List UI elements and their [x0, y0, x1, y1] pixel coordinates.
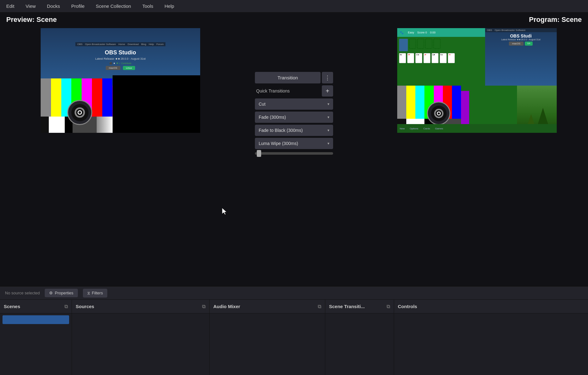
bar-gray	[41, 78, 51, 117]
preview-area: Preview: Scene Program: Scene OBS Open B…	[0, 12, 588, 286]
obs-logo-right	[427, 102, 450, 125]
slider-track[interactable]	[255, 152, 333, 155]
controls-title: Controls	[398, 304, 417, 309]
bar-yellow	[51, 78, 61, 117]
controls-content	[394, 313, 588, 375]
menu-docks[interactable]: Docks	[44, 2, 63, 10]
scenes-panel-header: Scenes ⧉	[0, 300, 72, 313]
scenes-panel-icon[interactable]: ⧉	[64, 304, 68, 309]
filters-label: Filters	[92, 291, 103, 295]
bottom-dock: No source selected ⚙ Properties ⧖ Filter…	[0, 286, 588, 375]
gear-icon: ⚙	[49, 291, 53, 295]
time-label: 0:00	[430, 31, 436, 34]
menu-scene-collection[interactable]: Scene Collection	[93, 2, 134, 10]
transitions-title: Scene Transiti...	[329, 304, 365, 309]
macos-button-right: macOS	[509, 42, 524, 46]
main-area: Preview: Scene Program: Scene OBS Open B…	[0, 12, 588, 375]
game-new: New	[400, 127, 405, 130]
fade-dropdown[interactable]: Fade (300ms) ▾	[255, 112, 333, 123]
nav-icon: 🐾	[400, 31, 403, 34]
scene-selected-indicator	[3, 315, 69, 324]
audio-mixer-panel: Audio Mixer ⧉	[210, 300, 325, 375]
transition-dots-button[interactable]: ⋮	[322, 72, 333, 83]
fade-black-label: Fade to Black (300ms)	[259, 128, 303, 133]
empty-slot-3	[425, 39, 432, 49]
scenes-content	[0, 313, 72, 375]
menu-bar: Edit View Docks Profile Scene Collection…	[0, 0, 588, 12]
card-6: 9♥	[407, 53, 414, 63]
black-area	[113, 75, 200, 133]
properties-label: Properties	[55, 291, 73, 295]
audio-panel-header: Audio Mixer ⧉	[210, 300, 325, 313]
linux-button-right: Lin	[525, 42, 533, 46]
scenes-panel: Scenes ⧉	[0, 300, 72, 375]
properties-button[interactable]: ⚙ Properties	[45, 289, 78, 297]
fade-label: Fade (300ms)	[259, 115, 286, 120]
bar-blue-r	[452, 86, 461, 119]
card-5: 8♠	[399, 53, 406, 63]
obs-title: OBS Studio	[95, 49, 146, 56]
sources-content	[72, 313, 209, 375]
bar-red	[92, 78, 102, 117]
luma-wipe-dropdown[interactable]: Luma Wipe (300ms) ▾	[255, 138, 333, 149]
controls-panel: Controls	[394, 300, 588, 375]
audio-content	[210, 313, 325, 375]
pluge-gradient	[97, 117, 113, 133]
cut-label: Cut	[259, 102, 266, 107]
empty-slot-2	[417, 39, 424, 49]
card-11: 7♦	[448, 53, 455, 63]
status-text: No source selected	[5, 291, 40, 295]
transitions-content	[325, 313, 394, 375]
scenes-title: Scenes	[4, 304, 20, 309]
left-preview-screen: OBS Open Broadcaster Software HomeDownlo…	[41, 28, 200, 133]
transition-button[interactable]: Transition	[255, 72, 321, 83]
game-games: Games	[435, 127, 443, 130]
obs-logo-inner-left	[71, 104, 89, 121]
svg-point-7	[438, 112, 440, 114]
menu-profile[interactable]: Profile	[69, 2, 87, 10]
audio-panel-icon[interactable]: ⧉	[318, 304, 321, 309]
menu-tools[interactable]: Tools	[140, 2, 156, 10]
bar-yellow-r	[406, 86, 415, 119]
obs-download-buttons: macOS Linux	[95, 66, 146, 70]
menu-view[interactable]: View	[23, 2, 38, 10]
add-transition-button[interactable]: +	[322, 85, 333, 97]
obs-title-right: OBS Studi	[485, 33, 557, 38]
release-badge: ⬛ ◽ ❤ ✓ Contribute	[95, 62, 146, 65]
transitions-panel-header: Scene Transiti... ⧉	[325, 300, 394, 313]
fade-arrow: ▾	[327, 115, 329, 119]
game-footer: New Options Cards Games	[397, 124, 557, 133]
svg-point-3	[79, 111, 81, 114]
luma-wipe-arrow: ▾	[327, 141, 329, 146]
bar-blue	[102, 78, 113, 117]
luma-wipe-label: Luma Wipe (300ms)	[259, 141, 298, 146]
solitaire-game: 🐾 Easy Score 0 0:00 A♠	[397, 28, 557, 133]
macos-button: macOS	[106, 66, 120, 70]
right-preview-screen: 🐾 Easy Score 0 0:00 A♠	[397, 28, 557, 133]
sources-panel: Sources ⧉	[72, 300, 210, 375]
card-8: J♥	[423, 53, 430, 63]
obs-buttons-right: macOS Lin	[485, 42, 557, 46]
linux-button: Linux	[123, 66, 135, 70]
fade-black-dropdown[interactable]: Fade to Black (300ms) ▾	[255, 125, 333, 136]
cut-arrow: ▾	[327, 102, 329, 106]
obs-website-right: OBSOpen Broadcaster Software OBS Studi L…	[485, 28, 557, 86]
menu-edit[interactable]: Edit	[4, 2, 17, 10]
slider-thumb[interactable]	[257, 150, 261, 157]
cut-dropdown[interactable]: Cut ▾	[255, 98, 333, 110]
game-cards: Cards	[423, 127, 430, 130]
menu-help[interactable]: Help	[162, 2, 177, 10]
card-9: Q♣	[432, 53, 438, 63]
sources-title: Sources	[76, 304, 94, 309]
sources-panel-icon[interactable]: ⧉	[202, 304, 205, 309]
transition-row: Transition ⋮	[255, 72, 333, 83]
mouse-cursor	[222, 208, 228, 215]
difficulty-label: Easy	[408, 31, 414, 34]
transitions-panel-icon[interactable]: ⧉	[387, 304, 390, 309]
bar-cyan-r	[415, 86, 424, 119]
card-10: K♠	[440, 53, 447, 63]
obs-nav-right: OBSOpen Broadcaster Software	[485, 28, 557, 32]
bar-gray-r	[397, 86, 406, 119]
filters-button[interactable]: ⧖ Filters	[83, 289, 107, 298]
game-options: Options	[410, 127, 418, 130]
